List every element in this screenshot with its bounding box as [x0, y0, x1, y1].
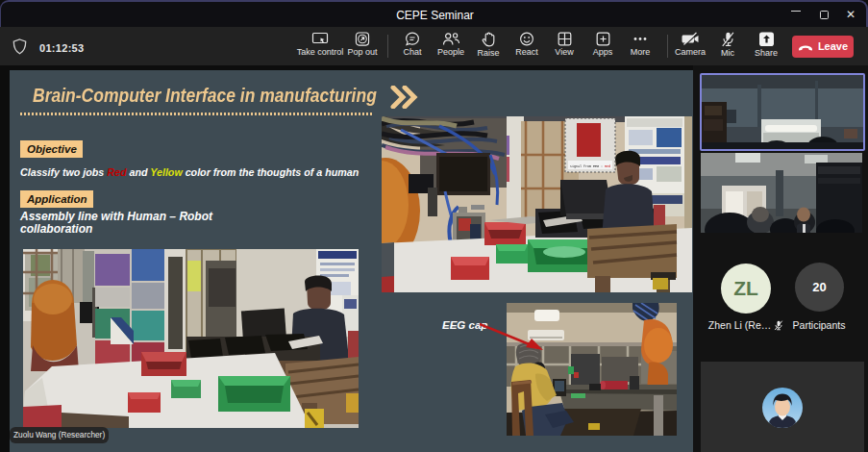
svg-text:Signal from EEG : Red: Signal from EEG : Red — [570, 164, 610, 168]
